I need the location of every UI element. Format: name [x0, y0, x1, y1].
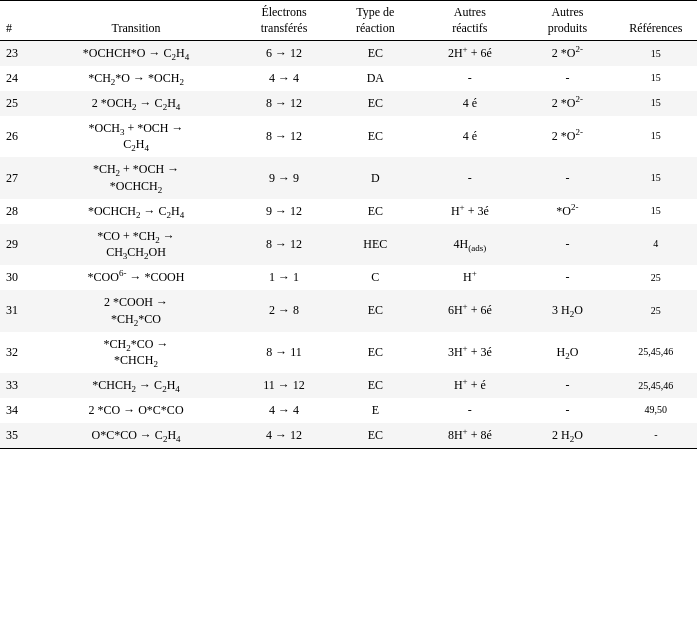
row-reactifs: H+ + 3é [419, 199, 520, 224]
col-header-refs: Références [615, 1, 697, 41]
row-electrons: 4 → 12 [237, 423, 331, 448]
row-electrons: 8 → 11 [237, 332, 331, 374]
row-electrons: 6 → 12 [237, 41, 331, 66]
row-reactifs: 8H+ + 8é [419, 423, 520, 448]
row-refs: 4 [615, 224, 697, 266]
row-type: D [331, 157, 419, 199]
row-refs: 15 [615, 199, 697, 224]
row-reactifs: - [419, 398, 520, 423]
row-electrons: 11 → 12 [237, 373, 331, 398]
row-reactifs: H+ [419, 265, 520, 290]
col-header-electrons: Électronstransférés [237, 1, 331, 41]
row-transition: *OCHCH*O → C2H4 [35, 41, 237, 66]
row-num: 29 [0, 224, 35, 266]
row-transition: *CO + *CH2 →CH3CH2OH [35, 224, 237, 266]
row-reactifs: H+ + é [419, 373, 520, 398]
row-refs: 15 [615, 91, 697, 116]
row-reactifs: - [419, 66, 520, 91]
row-reactifs: 4 é [419, 116, 520, 158]
row-electrons: 8 → 12 [237, 91, 331, 116]
row-transition: *CH2 + *OCH →*OCHCH2 [35, 157, 237, 199]
row-produits: 2 *O2- [520, 116, 614, 158]
row-electrons: 4 → 4 [237, 66, 331, 91]
row-num: 32 [0, 332, 35, 374]
col-header-transition: Transition [35, 1, 237, 41]
row-transition: 2 *COOH →*CH2*CO [35, 290, 237, 332]
reactions-table: # Transition Électronstransférés Type de… [0, 0, 697, 449]
row-reactifs: 2H+ + 6é [419, 41, 520, 66]
row-num: 25 [0, 91, 35, 116]
row-num: 31 [0, 290, 35, 332]
row-electrons: 8 → 12 [237, 224, 331, 266]
row-reactifs: 6H+ + 6é [419, 290, 520, 332]
table-row: 30*COO6- → *COOH1 → 1CH+-25 [0, 265, 697, 290]
col-header-reactifs: Autresréactifs [419, 1, 520, 41]
table-row: 35O*C*CO → C2H44 → 12EC8H+ + 8é2 H2O- [0, 423, 697, 448]
row-type: EC [331, 199, 419, 224]
table-row: 29*CO + *CH2 →CH3CH2OH8 → 12HEC4H(ads)-4 [0, 224, 697, 266]
row-produits: - [520, 224, 614, 266]
row-produits: 2 *O2- [520, 41, 614, 66]
row-transition: *CHCH2 → C2H4 [35, 373, 237, 398]
row-type: EC [331, 116, 419, 158]
row-type: EC [331, 332, 419, 374]
row-electrons: 9 → 12 [237, 199, 331, 224]
row-produits: H2O [520, 332, 614, 374]
table-row: 312 *COOH →*CH2*CO2 → 8EC6H+ + 6é3 H2O25 [0, 290, 697, 332]
table-row: 252 *OCH2 → C2H48 → 12EC4 é2 *O2-15 [0, 91, 697, 116]
row-transition: 2 *OCH2 → C2H4 [35, 91, 237, 116]
table-row: 28*OCHCH2 → C2H49 → 12ECH+ + 3é*O2-15 [0, 199, 697, 224]
table-row: 27*CH2 + *OCH →*OCHCH29 → 9D--15 [0, 157, 697, 199]
row-type: EC [331, 41, 419, 66]
table-row: 342 *CO → O*C*CO4 → 4E--49,50 [0, 398, 697, 423]
row-transition: *CH2*CO →*CHCH2 [35, 332, 237, 374]
row-type: DA [331, 66, 419, 91]
row-type: HEC [331, 224, 419, 266]
col-header-type: Type deréaction [331, 1, 419, 41]
row-electrons: 2 → 8 [237, 290, 331, 332]
row-reactifs: 4 é [419, 91, 520, 116]
row-refs: 15 [615, 157, 697, 199]
table-row: 32*CH2*CO →*CHCH28 → 11EC3H+ + 3éH2O25,4… [0, 332, 697, 374]
row-produits: 3 H2O [520, 290, 614, 332]
row-num: 30 [0, 265, 35, 290]
row-produits: 2 H2O [520, 423, 614, 448]
row-num: 23 [0, 41, 35, 66]
row-type: EC [331, 373, 419, 398]
row-produits: - [520, 398, 614, 423]
row-type: EC [331, 91, 419, 116]
row-produits: - [520, 373, 614, 398]
col-header-produits: Autresproduits [520, 1, 614, 41]
table-row: 23*OCHCH*O → C2H46 → 12EC2H+ + 6é2 *O2-1… [0, 41, 697, 66]
row-type: E [331, 398, 419, 423]
row-electrons: 9 → 9 [237, 157, 331, 199]
row-num: 33 [0, 373, 35, 398]
col-header-num: # [0, 1, 35, 41]
row-refs: 25,45,46 [615, 332, 697, 374]
row-transition: 2 *CO → O*C*CO [35, 398, 237, 423]
row-transition: *OCHCH2 → C2H4 [35, 199, 237, 224]
row-num: 34 [0, 398, 35, 423]
row-reactifs: - [419, 157, 520, 199]
row-refs: - [615, 423, 697, 448]
row-refs: 49,50 [615, 398, 697, 423]
row-reactifs: 3H+ + 3é [419, 332, 520, 374]
row-refs: 15 [615, 41, 697, 66]
row-produits: - [520, 157, 614, 199]
row-refs: 25 [615, 265, 697, 290]
row-electrons: 4 → 4 [237, 398, 331, 423]
row-transition: *CH2*O → *OCH2 [35, 66, 237, 91]
row-transition: *OCH3 + *OCH →C2H4 [35, 116, 237, 158]
row-produits: *O2- [520, 199, 614, 224]
row-type: EC [331, 423, 419, 448]
row-refs: 15 [615, 116, 697, 158]
row-num: 35 [0, 423, 35, 448]
row-num: 26 [0, 116, 35, 158]
row-electrons: 1 → 1 [237, 265, 331, 290]
row-electrons: 8 → 12 [237, 116, 331, 158]
row-reactifs: 4H(ads) [419, 224, 520, 266]
row-refs: 25 [615, 290, 697, 332]
row-refs: 15 [615, 66, 697, 91]
row-refs: 25,45,46 [615, 373, 697, 398]
row-transition: O*C*CO → C2H4 [35, 423, 237, 448]
